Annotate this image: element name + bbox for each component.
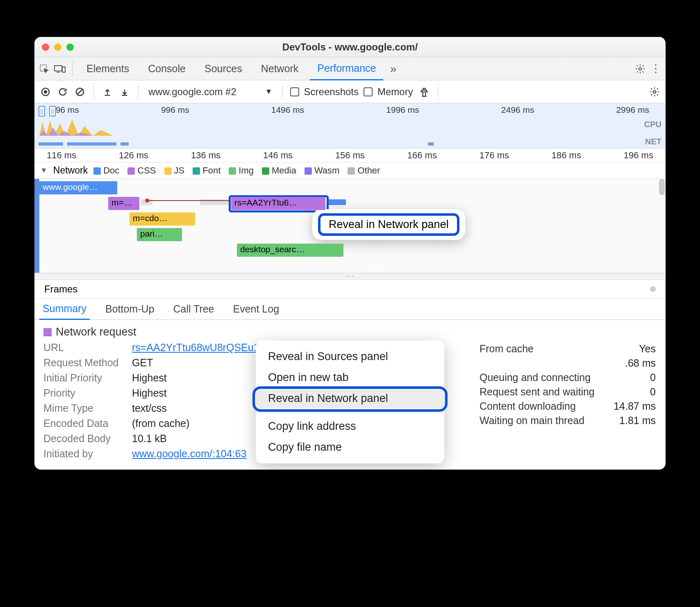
overview-minimap[interactable]: 496 ms 996 ms 1496 ms 1996 ms 2496 ms 29… [34, 103, 666, 148]
legend-item: CSS [127, 165, 156, 176]
duration-value: .68 ms [611, 357, 656, 369]
recording-name: www.google.com #2 [148, 86, 236, 98]
timing-value: 1.81 ms [611, 415, 656, 427]
resize-handle[interactable]: ⋯ [34, 273, 666, 280]
tab-call-tree[interactable]: Call Tree [170, 299, 217, 320]
svg-point-9 [653, 90, 656, 93]
legend-item: Media [262, 165, 296, 176]
net-lane-label: NET [645, 137, 661, 146]
record-icon[interactable] [39, 86, 52, 98]
tab-elements[interactable]: Elements [79, 57, 136, 80]
main-tabs: Elements Console Sources Network Perform… [34, 57, 666, 80]
legend-swatch-icon [164, 167, 172, 175]
timing-label: Waiting on main thread [480, 415, 584, 427]
tab-bottom-up[interactable]: Bottom-Up [102, 299, 157, 320]
legend-swatch-icon [348, 167, 355, 175]
mime-value: text/css [132, 402, 167, 414]
chevron-down-icon: ▼ [265, 87, 273, 96]
initiated-link[interactable]: www.google.com/:104:63 [132, 448, 246, 460]
timing-label: Queuing and connecting [480, 372, 591, 383]
decoded-value: 10.1 kB [132, 433, 167, 445]
download-icon[interactable] [118, 86, 131, 98]
svg-point-6 [44, 90, 47, 94]
heading-text: Network request [56, 326, 136, 338]
tab-console[interactable]: Console [141, 57, 193, 80]
recording-selector[interactable]: www.google.com #2 ▼ [146, 86, 275, 98]
network-request-bar[interactable]: www.google… [39, 181, 117, 194]
clear-icon[interactable] [74, 86, 86, 98]
net-bar [67, 142, 116, 146]
from-cache-label: From cache [480, 343, 534, 355]
network-bars-area[interactable]: Reveal in Network panel www.google…m=…rs… [34, 179, 666, 273]
memory-checkbox[interactable] [364, 87, 373, 96]
context-menu-item[interactable]: Reveal in Network panel [256, 388, 444, 409]
initial-priority-label: Initial Priority [43, 372, 125, 384]
collapse-icon[interactable]: ▼ [40, 166, 48, 175]
network-request-bar[interactable]: rs=AA2YrTtu6… [231, 197, 325, 210]
overview-ticks: 496 ms 996 ms 1496 ms 1996 ms 2496 ms 29… [34, 103, 666, 115]
gc-icon[interactable] [418, 86, 430, 98]
cpu-lane-label: CPU [644, 120, 661, 129]
tick: 126 ms [119, 150, 148, 162]
tick: 1996 ms [386, 105, 419, 115]
timing-label: Request sent and waiting [480, 386, 595, 398]
net-bar [120, 142, 129, 146]
tab-sources[interactable]: Sources [197, 57, 250, 80]
tab-performance[interactable]: Performance [310, 57, 383, 80]
legend-swatch-icon [127, 167, 135, 175]
tick: 156 ms [335, 150, 365, 162]
url-label: URL [43, 342, 125, 354]
network-track-header[interactable]: ▼ Network DocCSSJSFontImgMediaWasmOther [34, 162, 666, 179]
details-heading: Network request [43, 326, 657, 338]
context-menu-item[interactable]: Copy file name [256, 437, 444, 458]
initiated-label: Initiated by [43, 448, 125, 460]
window-title: DevTools - www.google.com/ [34, 41, 666, 53]
screenshots-label: Screenshots [304, 86, 359, 98]
timing-row: Request sent and waiting0 [480, 386, 656, 398]
capture-settings-icon[interactable] [648, 86, 661, 98]
performance-toolbar: www.google.com #2 ▼ Screenshots Memory [34, 80, 666, 103]
timeline-ruler: 116 ms 126 ms 136 ms 146 ms 156 ms 166 m… [34, 148, 666, 162]
method-label: Request Method [43, 357, 125, 369]
context-menu-item[interactable]: Reveal in Sources panel [256, 346, 444, 367]
menu-separator [256, 412, 444, 413]
network-request-bar[interactable]: m=cdo… [130, 212, 195, 226]
priority-value: Highest [132, 387, 167, 399]
network-request-bar[interactable]: pari… [137, 228, 182, 241]
scrollbar-thumb[interactable] [650, 286, 656, 292]
from-cache-value: Yes [611, 343, 656, 355]
legend-swatch-icon [229, 167, 236, 175]
range-handle-left[interactable]: || [39, 106, 45, 116]
initial-priority-value: Highest [132, 372, 167, 384]
upload-icon[interactable] [101, 86, 114, 98]
network-request-bar[interactable]: desktop_searc… [237, 244, 343, 257]
frames-row[interactable]: Frames [34, 280, 666, 299]
context-menu-item[interactable]: Copy link address [256, 416, 444, 437]
timing-value: 0 [611, 372, 656, 383]
settings-icon[interactable] [634, 63, 646, 75]
inspect-icon[interactable] [39, 63, 50, 75]
reveal-tooltip: Reveal in Network panel [312, 209, 465, 240]
context-menu: Reveal in Sources panelOpen in new tabRe… [256, 340, 444, 463]
more-tabs-icon[interactable]: » [387, 63, 399, 75]
net-bar [428, 142, 434, 146]
legend-swatch-icon [305, 167, 312, 175]
tab-event-log[interactable]: Event Log [230, 299, 283, 320]
initiator-arrow-icon [148, 200, 230, 201]
legend-item: Other [348, 165, 380, 176]
svg-line-8 [77, 89, 82, 94]
network-request-bar[interactable]: m=… [108, 197, 139, 210]
context-menu-item[interactable]: Open in new tab [256, 367, 444, 388]
tab-summary[interactable]: Summary [39, 299, 90, 320]
legend-item: Doc [93, 165, 119, 176]
reload-icon[interactable] [57, 86, 69, 98]
device-icon[interactable] [54, 63, 66, 75]
screenshots-checkbox[interactable] [290, 87, 299, 96]
tick: 2996 ms [616, 105, 649, 115]
range-handle-right[interactable]: || [49, 106, 56, 116]
network-track: ▼ Network DocCSSJSFontImgMediaWasmOther … [34, 162, 666, 280]
timing-row: Queuing and connecting0 [480, 372, 656, 383]
tab-network[interactable]: Network [254, 57, 306, 80]
vertical-scrollbar[interactable] [659, 179, 665, 195]
kebab-menu-icon[interactable]: ⋮ [650, 63, 661, 75]
